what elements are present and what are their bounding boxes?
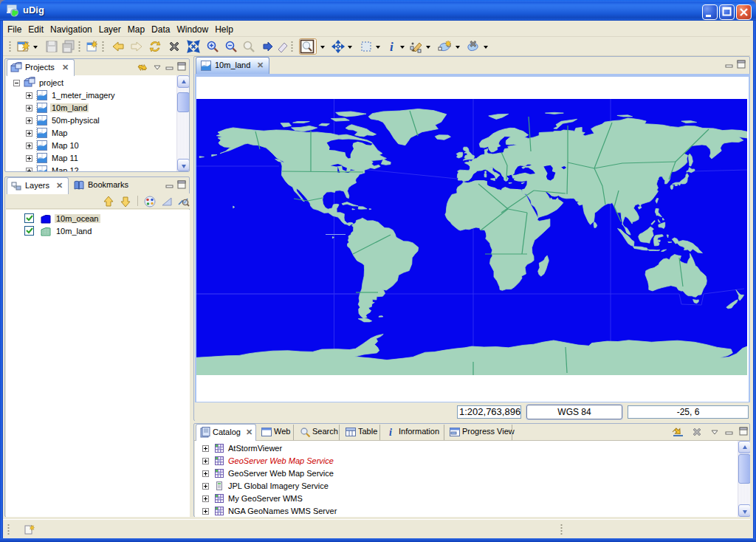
svg-text:i: i	[389, 427, 392, 438]
svg-text:i: i	[390, 40, 394, 54]
